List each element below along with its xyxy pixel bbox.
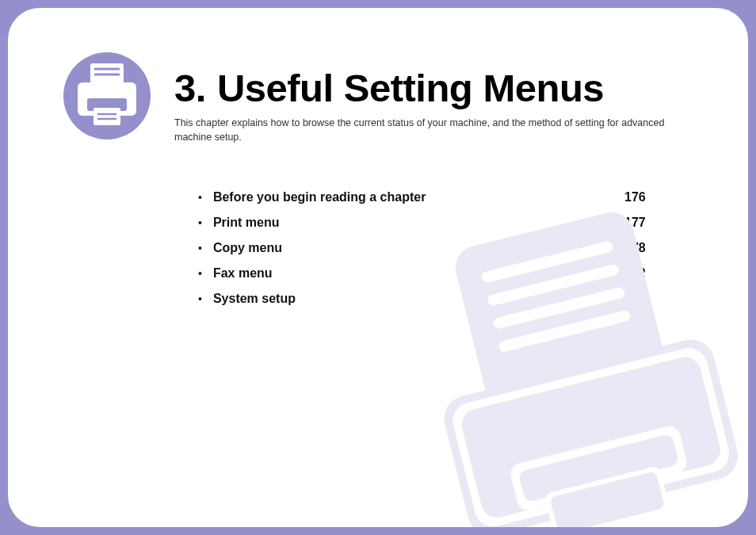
chapter-title: 3.Useful Setting Menus: [174, 68, 693, 109]
title-block: 3.Useful Setting Menus This chapter expl…: [174, 55, 693, 144]
toc-item-page: 178: [624, 241, 656, 255]
toc-item-page: 185: [624, 292, 656, 306]
svg-rect-8: [508, 424, 689, 512]
svg-rect-18: [94, 108, 120, 125]
toc-item-label: Copy menu: [213, 241, 282, 255]
chapter-description: This chapter explains how to browse the …: [174, 117, 682, 144]
svg-rect-10: [544, 465, 670, 527]
toc-item-page: 177: [624, 216, 656, 230]
toc-item[interactable]: Before you begin reading a chapter 176: [197, 190, 656, 204]
toc-item[interactable]: Print menu 177: [197, 216, 656, 230]
chapter-header: 3.Useful Setting Menus This chapter expl…: [63, 55, 693, 144]
toc-item[interactable]: Fax menu 182: [197, 266, 656, 281]
svg-rect-11: [550, 471, 666, 527]
svg-rect-4: [498, 309, 631, 353]
toc-item-label: Fax menu: [213, 266, 273, 281]
toc-item-page: 182: [624, 266, 656, 281]
toc-list: Before you begin reading a chapter 176 P…: [197, 190, 656, 306]
toc-item[interactable]: Copy menu 178: [197, 241, 656, 255]
svg-rect-6: [449, 344, 733, 527]
toc-item-page: 176: [624, 190, 656, 204]
svg-rect-7: [458, 353, 724, 521]
toc-item-label: Before you begin reading a chapter: [213, 190, 426, 204]
page-card: 3.Useful Setting Menus This chapter expl…: [8, 8, 748, 527]
table-of-contents: Before you begin reading a chapter 176 P…: [197, 190, 656, 306]
svg-rect-9: [518, 434, 680, 503]
toc-item-label: Print menu: [213, 216, 280, 230]
chapter-number: 3.: [174, 67, 206, 109]
toc-item[interactable]: System setup 185: [197, 292, 656, 306]
toc-item-label: System setup: [213, 292, 296, 306]
printer-badge-icon: [63, 52, 151, 139]
chapter-title-text: Useful Setting Menus: [217, 67, 604, 109]
svg-rect-5: [439, 334, 743, 527]
